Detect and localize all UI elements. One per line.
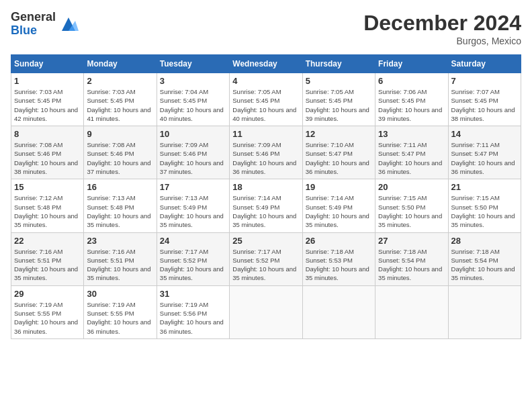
calendar-cell: 24 Sunrise: 7:17 AM Sunset: 5:52 PM Dayl… <box>157 232 229 285</box>
location: Burgos, Mexico <box>363 36 521 46</box>
calendar-cell: 17 Sunrise: 7:13 AM Sunset: 5:49 PM Dayl… <box>157 179 229 232</box>
day-info: Sunrise: 7:09 AM Sunset: 5:46 PM Dayligh… <box>160 140 226 176</box>
day-number: 30 <box>87 289 153 299</box>
day-info: Sunrise: 7:18 AM Sunset: 5:54 PM Dayligh… <box>451 247 518 283</box>
day-info: Sunrise: 7:19 AM Sunset: 5:55 PM Dayligh… <box>14 300 81 336</box>
day-info: Sunrise: 7:19 AM Sunset: 5:55 PM Dayligh… <box>87 300 153 336</box>
calendar-week-row: 8 Sunrise: 7:08 AM Sunset: 5:46 PM Dayli… <box>11 126 521 179</box>
day-info: Sunrise: 7:13 AM Sunset: 5:48 PM Dayligh… <box>87 193 153 229</box>
day-number: 5 <box>306 76 372 86</box>
calendar-cell: 1 Sunrise: 7:03 AM Sunset: 5:45 PM Dayli… <box>11 73 84 126</box>
day-info: Sunrise: 7:06 AM Sunset: 5:45 PM Dayligh… <box>378 87 445 123</box>
day-number: 29 <box>14 289 81 299</box>
day-info: Sunrise: 7:03 AM Sunset: 5:45 PM Dayligh… <box>14 87 81 123</box>
calendar-cell: 4 Sunrise: 7:05 AM Sunset: 5:45 PM Dayli… <box>230 73 302 126</box>
calendar-cell: 11 Sunrise: 7:09 AM Sunset: 5:46 PM Dayl… <box>230 126 302 179</box>
day-number: 24 <box>160 236 226 246</box>
weekday-header: Thursday <box>302 55 375 73</box>
weekday-header: Tuesday <box>157 55 229 73</box>
weekday-header: Saturday <box>448 55 521 73</box>
day-info: Sunrise: 7:07 AM Sunset: 5:45 PM Dayligh… <box>451 87 518 123</box>
day-info: Sunrise: 7:14 AM Sunset: 5:49 PM Dayligh… <box>232 193 299 229</box>
calendar-cell: 8 Sunrise: 7:08 AM Sunset: 5:46 PM Dayli… <box>11 126 84 179</box>
day-number: 25 <box>232 236 299 246</box>
day-info: Sunrise: 7:15 AM Sunset: 5:50 PM Dayligh… <box>451 193 518 229</box>
day-number: 27 <box>378 236 445 246</box>
calendar-cell: 27 Sunrise: 7:18 AM Sunset: 5:54 PM Dayl… <box>375 232 448 285</box>
day-number: 15 <box>14 182 81 192</box>
day-number: 19 <box>306 182 372 192</box>
day-info: Sunrise: 7:16 AM Sunset: 5:51 PM Dayligh… <box>14 247 81 283</box>
logo-general: General <box>11 11 56 24</box>
page-header: General Blue December 2024 Burgos, Mexic… <box>11 11 521 46</box>
calendar-cell: 3 Sunrise: 7:04 AM Sunset: 5:45 PM Dayli… <box>157 73 229 126</box>
weekday-header: Monday <box>84 55 157 73</box>
day-number: 21 <box>451 182 518 192</box>
weekday-header: Friday <box>375 55 448 73</box>
day-info: Sunrise: 7:04 AM Sunset: 5:45 PM Dayligh… <box>160 87 226 123</box>
calendar-week-row: 1 Sunrise: 7:03 AM Sunset: 5:45 PM Dayli… <box>11 73 521 126</box>
calendar-table: SundayMondayTuesdayWednesdayThursdayFrid… <box>11 54 521 339</box>
day-info: Sunrise: 7:18 AM Sunset: 5:54 PM Dayligh… <box>378 247 445 283</box>
logo: General Blue <box>11 11 79 38</box>
month-title: December 2024 <box>363 11 521 36</box>
day-info: Sunrise: 7:12 AM Sunset: 5:48 PM Dayligh… <box>14 193 81 229</box>
day-number: 11 <box>232 129 299 139</box>
day-number: 12 <box>306 129 372 139</box>
day-info: Sunrise: 7:14 AM Sunset: 5:49 PM Dayligh… <box>306 193 372 229</box>
day-number: 26 <box>306 236 372 246</box>
calendar-cell: 18 Sunrise: 7:14 AM Sunset: 5:49 PM Dayl… <box>230 179 302 232</box>
day-info: Sunrise: 7:16 AM Sunset: 5:51 PM Dayligh… <box>87 247 153 283</box>
day-info: Sunrise: 7:17 AM Sunset: 5:52 PM Dayligh… <box>232 247 299 283</box>
day-number: 9 <box>87 129 153 139</box>
calendar-cell: 5 Sunrise: 7:05 AM Sunset: 5:45 PM Dayli… <box>302 73 375 126</box>
calendar-cell: 2 Sunrise: 7:03 AM Sunset: 5:45 PM Dayli… <box>84 73 157 126</box>
day-number: 16 <box>87 182 153 192</box>
calendar-cell <box>230 285 302 338</box>
weekday-header: Sunday <box>11 55 84 73</box>
calendar-cell: 19 Sunrise: 7:14 AM Sunset: 5:49 PM Dayl… <box>302 179 375 232</box>
calendar-cell <box>448 285 521 338</box>
calendar-cell: 28 Sunrise: 7:18 AM Sunset: 5:54 PM Dayl… <box>448 232 521 285</box>
day-info: Sunrise: 7:08 AM Sunset: 5:46 PM Dayligh… <box>87 140 153 176</box>
day-info: Sunrise: 7:17 AM Sunset: 5:52 PM Dayligh… <box>160 247 226 283</box>
day-number: 31 <box>160 289 226 299</box>
calendar-cell: 30 Sunrise: 7:19 AM Sunset: 5:55 PM Dayl… <box>84 285 157 338</box>
calendar-week-row: 29 Sunrise: 7:19 AM Sunset: 5:55 PM Dayl… <box>11 285 521 338</box>
day-number: 20 <box>378 182 445 192</box>
calendar-cell: 22 Sunrise: 7:16 AM Sunset: 5:51 PM Dayl… <box>11 232 84 285</box>
day-info: Sunrise: 7:09 AM Sunset: 5:46 PM Dayligh… <box>232 140 299 176</box>
day-number: 3 <box>160 76 226 86</box>
calendar-week-row: 22 Sunrise: 7:16 AM Sunset: 5:51 PM Dayl… <box>11 232 521 285</box>
calendar-cell: 21 Sunrise: 7:15 AM Sunset: 5:50 PM Dayl… <box>448 179 521 232</box>
day-info: Sunrise: 7:05 AM Sunset: 5:45 PM Dayligh… <box>232 87 299 123</box>
calendar-header-row: SundayMondayTuesdayWednesdayThursdayFrid… <box>11 55 521 73</box>
day-number: 28 <box>451 236 518 246</box>
logo-icon <box>58 14 79 34</box>
calendar-cell: 20 Sunrise: 7:15 AM Sunset: 5:50 PM Dayl… <box>375 179 448 232</box>
calendar-cell: 31 Sunrise: 7:19 AM Sunset: 5:56 PM Dayl… <box>157 285 229 338</box>
day-number: 4 <box>232 76 299 86</box>
calendar-cell: 16 Sunrise: 7:13 AM Sunset: 5:48 PM Dayl… <box>84 179 157 232</box>
day-info: Sunrise: 7:11 AM Sunset: 5:47 PM Dayligh… <box>378 140 445 176</box>
calendar-cell <box>375 285 448 338</box>
calendar-cell: 9 Sunrise: 7:08 AM Sunset: 5:46 PM Dayli… <box>84 126 157 179</box>
calendar-week-row: 15 Sunrise: 7:12 AM Sunset: 5:48 PM Dayl… <box>11 179 521 232</box>
weekday-header: Wednesday <box>230 55 302 73</box>
day-info: Sunrise: 7:05 AM Sunset: 5:45 PM Dayligh… <box>306 87 372 123</box>
calendar-cell: 23 Sunrise: 7:16 AM Sunset: 5:51 PM Dayl… <box>84 232 157 285</box>
logo-text: General Blue <box>11 11 56 38</box>
calendar-cell: 13 Sunrise: 7:11 AM Sunset: 5:47 PM Dayl… <box>375 126 448 179</box>
day-info: Sunrise: 7:03 AM Sunset: 5:45 PM Dayligh… <box>87 87 153 123</box>
day-info: Sunrise: 7:19 AM Sunset: 5:56 PM Dayligh… <box>160 300 226 336</box>
day-info: Sunrise: 7:10 AM Sunset: 5:47 PM Dayligh… <box>306 140 372 176</box>
calendar-cell: 14 Sunrise: 7:11 AM Sunset: 5:47 PM Dayl… <box>448 126 521 179</box>
day-number: 2 <box>87 76 153 86</box>
day-info: Sunrise: 7:08 AM Sunset: 5:46 PM Dayligh… <box>14 140 81 176</box>
title-section: December 2024 Burgos, Mexico <box>363 11 521 46</box>
calendar-cell: 6 Sunrise: 7:06 AM Sunset: 5:45 PM Dayli… <box>375 73 448 126</box>
calendar-cell: 12 Sunrise: 7:10 AM Sunset: 5:47 PM Dayl… <box>302 126 375 179</box>
calendar-cell: 26 Sunrise: 7:18 AM Sunset: 5:53 PM Dayl… <box>302 232 375 285</box>
day-info: Sunrise: 7:11 AM Sunset: 5:47 PM Dayligh… <box>451 140 518 176</box>
logo-blue: Blue <box>11 24 56 38</box>
